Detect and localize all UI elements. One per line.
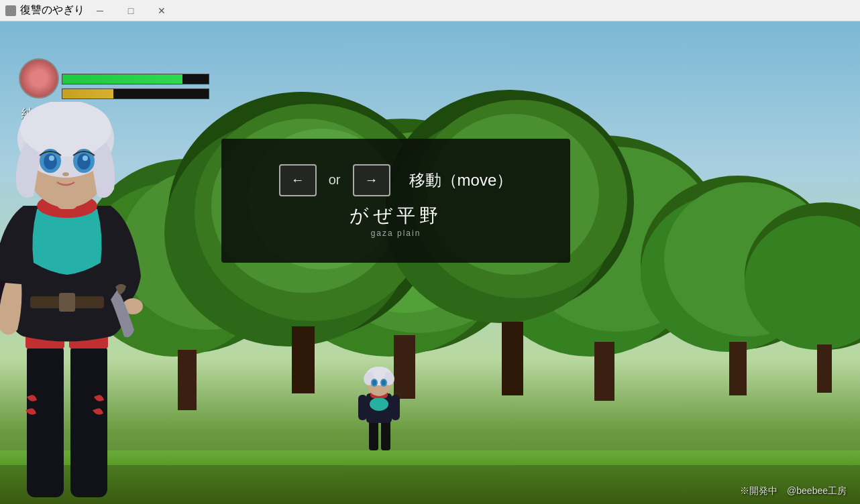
svg-rect-35 (358, 395, 367, 420)
svg-point-44 (372, 380, 376, 385)
svg-rect-3 (178, 350, 197, 410)
titlebar-title: 復讐のやぎり (20, 3, 85, 17)
location-kanji: がぜ平野 (350, 203, 442, 229)
footer-credit: ※開発中 @beebee工房 (740, 485, 847, 497)
titlebar: 復讐のやぎり ─ □ ✕ (0, 0, 860, 21)
tutorial-dialog: ← or → 移動（move） がぜ平野 gaza plain (221, 139, 570, 263)
hp-bar-bg (62, 74, 209, 84)
svg-rect-19 (817, 344, 832, 393)
svg-point-56 (20, 102, 111, 157)
svg-rect-46 (27, 343, 64, 497)
svg-rect-31 (369, 420, 378, 450)
player-sprite (356, 367, 402, 454)
right-key-button: → (353, 164, 390, 196)
window-controls: ─ □ ✕ (85, 0, 177, 21)
dialog-or-text: or (329, 172, 341, 188)
svg-point-45 (382, 380, 386, 385)
close-button[interactable]: ✕ (146, 0, 177, 21)
location-romaji: gaza plain (371, 229, 421, 238)
svg-rect-32 (381, 420, 390, 450)
left-key-button: ← (279, 164, 317, 196)
dialog-controls-row: ← or → 移動（move） (279, 164, 513, 196)
character-art-svg (0, 102, 148, 504)
dialog-location: がぜ平野 gaza plain (350, 203, 442, 238)
minimize-button[interactable]: ─ (85, 0, 115, 21)
player-sprite-svg (356, 367, 402, 454)
svg-rect-47 (70, 343, 107, 497)
character-art (0, 102, 148, 504)
maximize-button[interactable]: □ (115, 0, 146, 21)
hud-bars (62, 74, 209, 99)
svg-point-61 (49, 155, 54, 161)
hp-bar-fill (62, 74, 182, 84)
svg-rect-36 (391, 395, 400, 420)
svg-rect-30 (502, 322, 523, 395)
svg-rect-25 (292, 326, 315, 393)
game-area: 純潔 virgin ← or → 移動（move） がぜ平野 gaza plai… (0, 21, 860, 504)
svg-rect-12 (594, 342, 614, 401)
svg-point-62 (83, 155, 88, 161)
svg-point-34 (370, 397, 388, 411)
svg-rect-65 (59, 293, 75, 312)
stamina-bar-fill (62, 89, 113, 99)
app-icon (5, 5, 16, 16)
svg-point-63 (62, 172, 69, 176)
dialog-move-text: 移動（move） (409, 170, 513, 191)
player-avatar (19, 58, 59, 99)
stamina-bar-bg (62, 88, 209, 99)
svg-rect-16 (729, 342, 747, 395)
